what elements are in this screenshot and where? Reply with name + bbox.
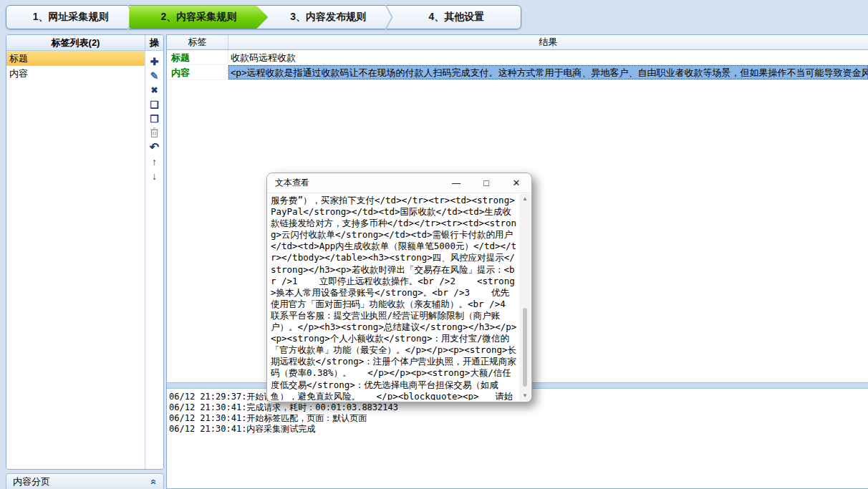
tag-list-panel: 标签列表(2) 操作 标题 内容 ✚ ✎ ✖ ❏ ❐ ↶ ↑ ↓ [6,34,164,470]
undo-icon[interactable]: ↶ [147,140,163,155]
log-area: 06/12 21:29:37:开始请求 06/12 21:30:41:完成请求，… [168,389,868,488]
scroll-down-icon[interactable]: ▼ [519,391,531,401]
log-line: 06/12 21:30:41:开始标签匹配，页面：默认页面 [169,413,867,424]
scroll-up-icon[interactable]: ▲ [519,194,531,204]
text-viewer-dialog: 文本查看 — □ ✕ 服务费”），买家拍下支付</td></tr><tr><td… [266,173,532,402]
dialog-body: 服务费”），买家拍下支付</td></tr><tr><td><strong>Pa… [267,193,531,402]
scrollbar-thumb[interactable] [523,308,527,387]
dialog-titlebar[interactable]: 文本查看 — □ ✕ [267,173,531,193]
result-cell-selected[interactable]: <p>远程收款是指通过收款码让不在现场的付款人扫码完成支付。这种方式常用于电商、… [228,65,868,79]
edit-icon[interactable]: ✎ [147,69,163,83]
copy-icon[interactable]: ❏ [147,97,163,112]
tab-label: 4、其他设置 [428,11,484,24]
content-paging-label: 内容分页 [13,475,50,488]
close-icon[interactable]: ✕ [501,173,531,193]
log-line: 06/12 21:30:41:完成请求，耗时：00:01:03.8832143 [169,402,867,413]
dialog-scrollbar[interactable]: ▲ ▼ [519,194,531,401]
tab-other-settings[interactable]: 4、其他设置 [392,6,521,29]
content-paging-bar[interactable]: 内容分页 « [6,473,164,489]
tag-list-header-row: 标签列表(2) 操作 [6,35,163,51]
wizard-tabbar: 1、网址采集规则 2、内容采集规则 3、内容发布规则 4、其他设置 [6,5,521,29]
move-up-icon[interactable]: ↑ [147,155,163,169]
table-row-title: 标题 收款码远程收款 [167,50,868,65]
operations-toolbar: ✚ ✎ ✖ ❏ ❐ ↶ ↑ ↓ [145,51,163,469]
dialog-text-content[interactable]: 服务费”），买家拍下支付</td></tr><tr><td><strong>Pa… [271,195,517,400]
list-item-title[interactable]: 标题 [6,51,145,66]
add-icon[interactable]: ✚ [147,54,163,69]
move-down-icon[interactable]: ↓ [147,169,163,183]
tab-url-collect-rules[interactable]: 1、网址采集规则 [6,6,135,29]
list-item-content[interactable]: 内容 [6,66,145,81]
result-cell[interactable]: 收款码远程收款 [228,50,868,64]
log-line: 06/12 21:30:41:内容采集测试完成 [169,424,867,435]
tag-list-title: 标签列表(2) [6,35,145,50]
column-header-tag: 标签 [167,35,228,49]
tab-label: 3、内容发布规则 [290,11,366,24]
column-header-result: 结果 [228,35,868,49]
tab-content-publish-rules[interactable]: 3、内容发布规则 [264,6,392,29]
delete-icon[interactable]: ✖ [147,83,163,97]
tab-content-collect-rules[interactable]: 2、内容采集规则 [129,6,268,29]
result-table-header: 标签 结果 [167,35,868,50]
operations-column-header: 操作 [145,35,163,50]
table-row-content: 内容 <p>远程收款是指通过收款码让不在现场的付款人扫码完成支付。这种方式常用于… [167,65,868,80]
trash-icon-glyph [150,127,159,138]
tag-cell[interactable]: 标题 [167,50,228,64]
tag-cell[interactable]: 内容 [167,65,228,79]
paste-icon[interactable]: ❐ [147,112,163,126]
trash-icon[interactable] [147,126,163,140]
tag-list: 标题 内容 [6,51,145,469]
tab-label: 1、网址采集规则 [33,11,109,24]
collapse-icon[interactable]: « [148,479,160,485]
maximize-icon[interactable]: □ [471,173,501,193]
minimize-icon[interactable]: — [441,173,471,193]
dialog-title: 文本查看 [267,177,441,189]
tab-label: 2、内容采集规则 [160,11,236,24]
